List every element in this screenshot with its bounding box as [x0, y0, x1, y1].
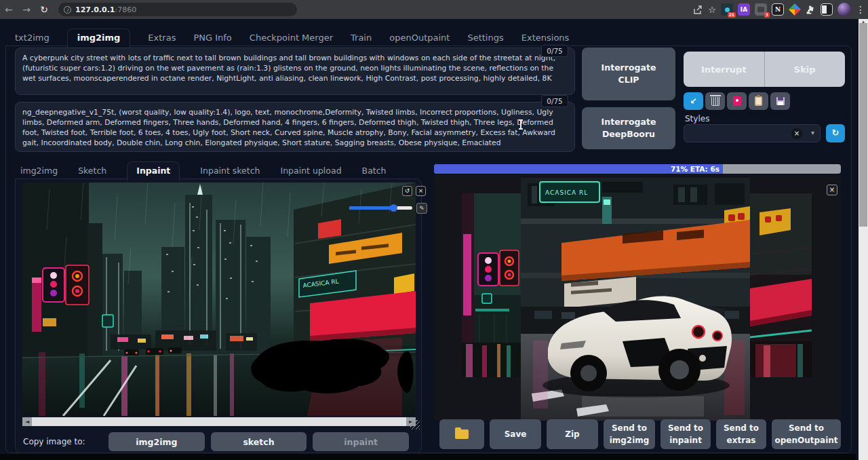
trash-icon — [711, 97, 719, 106]
gallery-image-previous[interactable] — [462, 193, 521, 377]
extension-tabcounter-icon[interactable]: 21 — [721, 3, 733, 16]
pencil-icon: ✎ — [419, 205, 425, 212]
prompt-input[interactable]: A cyberpunk city street with lots of tra… — [16, 48, 574, 94]
browser-forward-icon[interactable]: → — [18, 4, 35, 15]
output-actions-row: Save Zip Send to img2img Send to inpaint… — [439, 419, 841, 449]
apply-styles-button[interactable] — [749, 92, 768, 110]
gallery-image-selected[interactable]: ACASICA RL — [521, 178, 750, 421]
brush-slider-fill — [349, 206, 393, 210]
svg-text:ACASICA RL: ACASICA RL — [545, 189, 588, 196]
progress-fill: 71% ETA: 6s — [434, 164, 723, 174]
copy-image-label: Copy image to: — [23, 437, 108, 446]
img2img-mode-tabs: img2img Sketch Inpaint Inpaint sketch In… — [20, 161, 387, 179]
copy-to-img2img-button[interactable]: img2img — [108, 432, 205, 451]
styles-clear-icon[interactable]: × — [791, 128, 802, 139]
tab-mode-batch[interactable]: Batch — [362, 166, 387, 176]
copy-to-inpaint-button[interactable]: inpaint — [313, 432, 409, 451]
browser-menu-icon[interactable]: ⋮ — [856, 4, 865, 15]
gallery-close-button[interactable]: × — [827, 185, 837, 195]
browser-toolbar: ← → ↻ i 127.0.0.1 :7860 ☆ 21 IA 3 N ⋮ — [0, 0, 868, 19]
tab-settings[interactable]: Settings — [467, 33, 503, 43]
page-scrollbar[interactable]: ▲ — [859, 19, 868, 460]
browser-reload-icon[interactable]: ↻ — [35, 4, 53, 15]
scroll-left-icon[interactable]: ◄ — [22, 417, 32, 426]
prompt-box: A cyberpunk city street with lots of tra… — [15, 47, 575, 95]
clear-prompt-button[interactable] — [705, 92, 725, 110]
send-to-inpaint-button[interactable]: Send to inpaint — [660, 419, 711, 449]
paste-params-button[interactable]: ↙ — [684, 92, 703, 110]
negative-prompt-input[interactable]: ng_deepnegative_v1_75t, (worst quality, … — [16, 102, 574, 151]
chevron-down-icon[interactable]: ▾ — [811, 129, 814, 136]
inpaint-canvas[interactable]: ACASICA RL — [22, 183, 416, 416]
prompt-token-counter: 0/75 — [541, 45, 568, 57]
tab-extensions[interactable]: Extensions — [521, 33, 570, 43]
output-gallery: ACASICA RL — [434, 175, 841, 421]
app-screen: ← → ↻ i 127.0.0.1 :7860 ☆ 21 IA 3 N ⋮ — [0, 0, 868, 460]
skip-button[interactable]: Skip — [765, 52, 846, 87]
teal-neon-sign: ACASICA RL — [540, 182, 599, 202]
extension-messages-icon[interactable]: 3 — [755, 3, 767, 16]
browser-back-icon[interactable]: ← — [0, 4, 18, 15]
close-icon: × — [418, 187, 424, 194]
extension-ia-icon[interactable]: IA — [738, 3, 750, 16]
negative-token-counter: 0/75 — [541, 95, 568, 107]
interrupt-button[interactable]: Interrupt — [684, 52, 765, 87]
site-info-icon[interactable]: i — [64, 6, 71, 14]
tab-checkpoint-merger[interactable]: Checkpoint Merger — [250, 33, 333, 43]
close-icon: × — [829, 186, 835, 193]
send-to-img2img-button[interactable]: Send to img2img — [604, 419, 655, 449]
extension-notion-icon[interactable]: N — [772, 3, 784, 16]
tab-png-info[interactable]: PNG Info — [193, 33, 231, 43]
prompt-tools-row: ↙ — [684, 92, 790, 110]
send-to-extras-button[interactable]: Send to extras — [716, 419, 766, 449]
canvas-scrollbar-thumb[interactable] — [32, 417, 406, 426]
brush-adjust-button[interactable]: ✎ — [416, 203, 427, 214]
sidepanel-icon[interactable] — [821, 3, 833, 16]
gallery-image-next[interactable] — [750, 193, 812, 377]
tab-txt2img[interactable]: txt2img — [15, 33, 50, 43]
tab-mode-inpaint-upload[interactable]: Inpaint upload — [281, 166, 342, 176]
canvas-undo-button[interactable]: ↺ — [402, 186, 412, 196]
interrupt-skip-group: Interrupt Skip — [684, 52, 845, 87]
generation-progress-bar: 71% ETA: 6s — [434, 164, 841, 174]
canvas-clear-button[interactable]: × — [416, 186, 426, 196]
tab-mode-inpaint-sketch[interactable]: Inpaint sketch — [200, 166, 260, 176]
brush-slider-thumb[interactable] — [390, 204, 397, 212]
extension-colors-icon[interactable] — [789, 3, 801, 16]
extensions-puzzle-icon[interactable] — [806, 5, 816, 15]
tab-extras[interactable]: Extras — [148, 33, 176, 43]
open-folder-button[interactable] — [439, 419, 484, 449]
floppy-save-icon — [776, 97, 785, 105]
tab-mode-img2img[interactable]: img2img — [20, 166, 58, 176]
tab-img2img[interactable]: img2img — [67, 28, 131, 48]
brush-size-slider[interactable] — [349, 206, 412, 210]
interrogate-deepbooru-button[interactable]: Interrogate DeepBooru — [582, 107, 675, 149]
browser-profile-avatar[interactable] — [837, 3, 851, 16]
undo-icon: ↺ — [405, 187, 410, 194]
interrogate-clip-button[interactable]: Interrogate CLIP — [582, 47, 675, 100]
share-icon[interactable] — [693, 5, 703, 15]
zip-button[interactable]: Zip — [547, 419, 598, 449]
address-bar[interactable]: i 127.0.0.1 :7860 — [58, 3, 297, 16]
bookmark-star-icon[interactable]: ☆ — [708, 5, 716, 15]
inpaint-canvas-image: ACASICA RL — [22, 183, 416, 416]
tab-mode-inpaint[interactable]: Inpaint — [127, 161, 180, 181]
canvas-horizontal-scrollbar[interactable]: ◄ ► — [22, 417, 416, 426]
page-scrollbar-thumb[interactable] — [859, 23, 867, 227]
save-button[interactable]: Save — [490, 419, 541, 449]
url-port: :7860 — [115, 5, 136, 14]
styles-refresh-button[interactable]: ↻ — [826, 124, 845, 142]
tab-mode-sketch[interactable]: Sketch — [78, 166, 106, 176]
send-to-openoutpaint-button[interactable]: Send to openOutpaint — [772, 419, 841, 449]
styles-dropdown[interactable]: × ▾ — [684, 124, 821, 142]
inpaint-panel: ACASICA RL — [15, 178, 422, 453]
copy-to-sketch-button[interactable]: sketch — [211, 432, 307, 451]
tab-openoutpaint[interactable]: openOutpaint — [389, 33, 450, 43]
canvas-resize-handle[interactable] — [410, 420, 420, 429]
save-style-button[interactable] — [770, 92, 790, 110]
copy-image-row: Copy image to: img2img sketch inpaint — [23, 432, 415, 452]
url-host: 127.0.0.1 — [75, 5, 115, 14]
tab-train[interactable]: Train — [351, 33, 372, 43]
bottom-strip — [0, 454, 856, 460]
extra-networks-button[interactable] — [727, 92, 747, 110]
